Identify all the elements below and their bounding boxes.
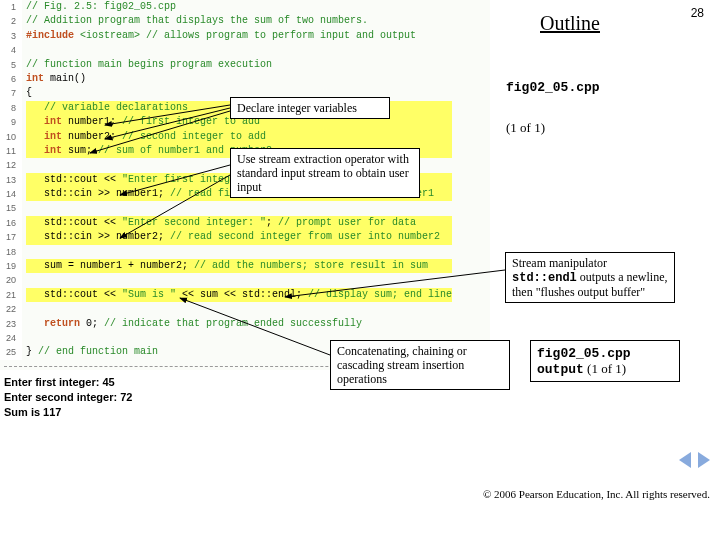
sidebox-pager: (1 of 1) bbox=[584, 361, 626, 376]
code-line: // Addition program that displays the su… bbox=[26, 14, 452, 28]
code-line bbox=[26, 245, 452, 259]
code-line: std::cout << "Sum is " << sum << std::en… bbox=[26, 288, 452, 302]
code-line: // Fig. 2.5: fig02_05.cpp bbox=[26, 0, 452, 14]
next-button[interactable] bbox=[698, 452, 710, 468]
output-line: Sum is 117 bbox=[4, 405, 132, 420]
sidebox-file: fig02_05.cpp bbox=[537, 346, 631, 361]
program-output: Enter first integer: 45 Enter second int… bbox=[4, 375, 132, 420]
callout-stream-input: Use stream extraction operator with stan… bbox=[230, 148, 420, 198]
outline-heading: Outline bbox=[540, 12, 600, 35]
callout-code: std::endl bbox=[512, 271, 577, 285]
code-line: int number2; // second integer to add bbox=[26, 130, 452, 144]
callout-concat: Concatenating, chaining or cascading str… bbox=[330, 340, 510, 390]
page-number: 28 bbox=[691, 6, 704, 20]
sidebox-output-label: output bbox=[537, 362, 584, 377]
code-line: std::cout << "Enter second integer: "; /… bbox=[26, 216, 452, 230]
callout-text: Stream manipulator bbox=[512, 256, 607, 270]
copyright: © 2006 Pearson Education, Inc. All right… bbox=[483, 488, 710, 500]
sidebox-output: fig02_05.cpp output (1 of 1) bbox=[530, 340, 680, 382]
code-line: int main() bbox=[26, 72, 452, 86]
code-line: std::cin >> number2; // read second inte… bbox=[26, 230, 452, 244]
code-line bbox=[26, 302, 452, 316]
callout-declare: Declare integer variables bbox=[230, 97, 390, 119]
line-numbers: 12345 678910 1112131415 1617181920 21222… bbox=[0, 0, 22, 360]
code-line: #include <iostream> // allows program to… bbox=[26, 29, 452, 43]
prev-button[interactable] bbox=[679, 452, 691, 468]
output-line: Enter first integer: 45 bbox=[4, 375, 132, 390]
code-line bbox=[26, 273, 452, 287]
output-line: Enter second integer: 72 bbox=[4, 390, 132, 405]
code-line: sum = number1 + number2; // add the numb… bbox=[26, 259, 452, 273]
code-line: return 0; // indicate that program ended… bbox=[26, 317, 452, 331]
callout-text: Concatenating, chaining or cascading str… bbox=[337, 344, 467, 386]
callout-text: Use stream extraction operator with stan… bbox=[237, 152, 409, 194]
callout-endl: Stream manipulator std::endl outputs a n… bbox=[505, 252, 675, 303]
code-line bbox=[26, 43, 452, 57]
callout-text: Declare integer variables bbox=[237, 101, 357, 115]
code-line bbox=[26, 201, 452, 215]
sidebar-pager: (1 of 1) bbox=[506, 120, 545, 136]
code-line: // function main begins program executio… bbox=[26, 58, 452, 72]
nav-buttons bbox=[679, 452, 710, 470]
sidebar-filename: fig02_05.cpp bbox=[506, 80, 600, 95]
